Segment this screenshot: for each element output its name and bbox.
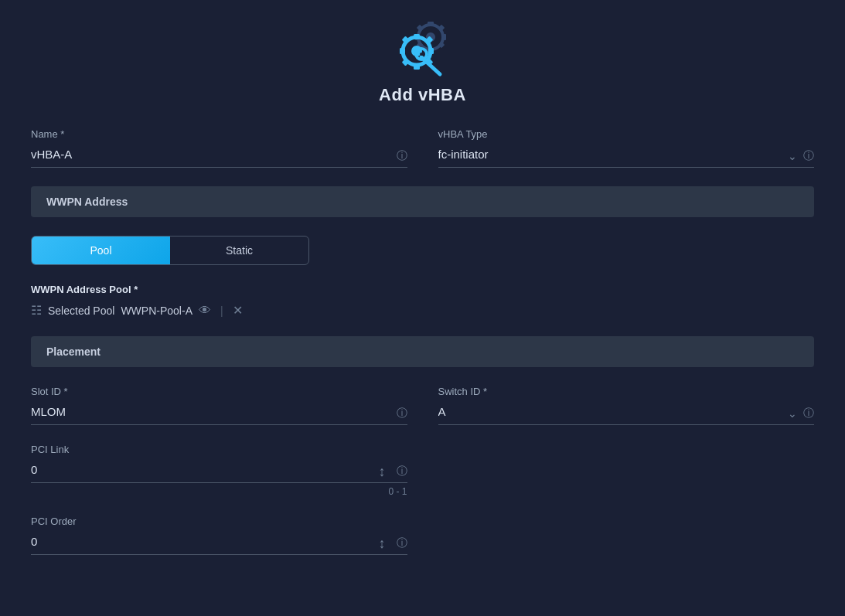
pci-link-input[interactable] [31,460,407,483]
pci-link-spacer [438,444,815,497]
selected-pool-name: WWPN-Pool-A [121,305,193,317]
pool-divider: | [220,305,223,317]
slot-id-label: Slot ID * [31,386,407,397]
switch-id-select[interactable]: A B [438,402,815,425]
pci-order-info-icon[interactable]: ⓘ [397,536,407,550]
pci-order-label: PCI Order [31,516,407,527]
selected-pool-prefix: Selected Pool [48,305,114,317]
svg-rect-12 [414,34,420,39]
pci-link-label: PCI Link [31,444,407,455]
switch-id-chevron-icon: ⌄ [788,407,797,420]
pci-order-stepper-icon[interactable]: ↕ [379,536,386,552]
vhba-type-field-group: vHBA Type fc-initiator fc-nvme-initiator… [438,128,815,168]
vhba-type-select[interactable]: fc-initiator fc-nvme-initiator fc-target [438,145,815,168]
switch-id-info-icon[interactable]: ⓘ [803,407,814,420]
wwpn-pool-selected: ☷ Selected Pool WWPN-Pool-A 👁 | ✕ [31,303,814,318]
svg-rect-15 [428,48,434,54]
pci-order-spacer [438,516,815,555]
vhba-type-input-wrapper: fc-initiator fc-nvme-initiator fc-target… [438,145,815,168]
switch-id-label: Switch ID * [438,386,815,397]
gear-icon [392,15,454,77]
pool-doc-icon: ☷ [31,303,42,318]
name-input[interactable] [31,145,407,168]
name-input-wrapper: ⓘ [31,145,407,168]
slot-id-input[interactable] [31,402,407,425]
name-label: Name * [31,128,407,140]
name-vhba-row: Name * ⓘ vHBA Type fc-initiator fc-nvme-… [31,128,814,168]
svg-point-22 [420,53,423,56]
page-container: Add vHBA Name * ⓘ vHBA Type fc-initiator… [0,0,845,616]
wwpn-section-header: WWPN Address [31,186,814,217]
pci-link-row: PCI Link ↕ ⓘ 0 - 1 [31,444,814,497]
wwpn-section-title: WWPN Address [46,196,128,208]
slot-id-info-icon[interactable]: ⓘ [397,407,407,420]
pci-order-row: PCI Order ↕ ⓘ [31,516,814,555]
slot-switch-row: Slot ID * ⓘ Switch ID * A B ⌄ ⓘ [31,386,814,425]
vhba-type-chevron-icon: ⌄ [788,150,797,162]
pool-eye-icon[interactable]: 👁 [199,304,211,318]
slot-id-input-wrapper: ⓘ [31,402,407,425]
slot-id-field-group: Slot ID * ⓘ [31,386,407,425]
header: Add vHBA [31,0,814,128]
switch-id-input-wrapper: A B ⌄ ⓘ [438,402,815,425]
svg-rect-14 [400,48,405,54]
svg-rect-5 [441,34,446,40]
pci-link-info-icon[interactable]: ⓘ [397,465,407,478]
switch-id-field-group: Switch ID * A B ⌄ ⓘ [438,386,815,425]
pci-link-input-wrapper: ↕ ⓘ [31,460,407,483]
pci-order-input[interactable] [31,532,407,555]
pci-order-input-wrapper: ↕ ⓘ [31,532,407,555]
pci-link-stepper-icon[interactable]: ↕ [379,464,386,480]
wwpn-toggle-group: Pool Static [31,236,309,265]
pci-link-range-hint: 0 - 1 [31,486,407,497]
vhba-type-info-icon[interactable]: ⓘ [803,149,814,163]
svg-rect-13 [414,64,420,70]
static-toggle-button[interactable]: Static [170,237,308,264]
page-title: Add vHBA [379,85,466,105]
pci-link-field-group: PCI Link ↕ ⓘ 0 - 1 [31,444,407,497]
svg-rect-2 [428,22,434,26]
wwpn-pool-row: WWPN Address Pool * ☷ Selected Pool WWPN… [31,284,814,318]
vhba-type-label: vHBA Type [438,128,815,140]
wwpn-pool-label: WWPN Address Pool * [31,284,814,295]
pci-order-field-group: PCI Order ↕ ⓘ [31,516,407,555]
pool-toggle-button[interactable]: Pool [32,237,170,264]
placement-section-header: Placement [31,336,814,367]
name-field-group: Name * ⓘ [31,128,407,168]
pool-clear-icon[interactable]: ✕ [233,303,243,318]
name-info-icon[interactable]: ⓘ [397,149,407,163]
placement-section-title: Placement [46,345,101,358]
